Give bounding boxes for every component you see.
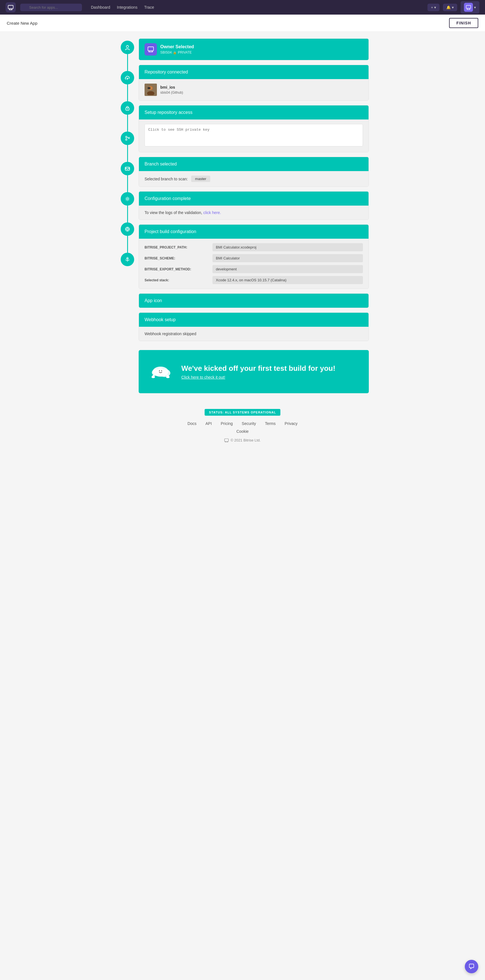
user-chevron-icon: ▾	[474, 5, 476, 10]
ssh-key-textarea[interactable]	[145, 124, 363, 146]
svg-point-11	[127, 228, 128, 230]
chevron-down-icon: ▾	[434, 5, 436, 10]
connector-1	[127, 54, 128, 71]
ssh-body	[139, 119, 369, 152]
connector-4	[127, 145, 128, 162]
webhook-body: Webhook registration skipped	[139, 327, 369, 341]
field-value-0: BMI Calculator.xcodeproj	[212, 243, 363, 251]
nav-integrations[interactable]: Integrations	[117, 5, 137, 10]
repo-name: bmi_ios	[160, 85, 183, 89]
table-row: BITRISE_EXPORT_METHOD: development	[145, 265, 363, 273]
step-7-slot	[121, 223, 134, 253]
footer: STATUS: ALL SYSTEMS OPERATIONAL Docs API…	[0, 400, 485, 448]
config-complete-text: To view the logs of the validation, clic…	[145, 210, 221, 215]
svg-point-4	[127, 108, 128, 110]
repository-section-header: Repository connected	[139, 65, 369, 79]
branch-label: Selected branch to scan:	[145, 177, 188, 181]
ssh-section: Setup repository access	[139, 105, 369, 152]
footer-api-link[interactable]: API	[206, 421, 212, 426]
plus-icon: +	[431, 5, 433, 10]
step-git-icon[interactable]	[121, 132, 134, 145]
repo-source: sbis04 (Github)	[160, 91, 183, 94]
private-badge-text: PRIVATE	[178, 51, 192, 54]
nav-dashboard[interactable]: Dashboard	[91, 5, 110, 10]
cta-banner[interactable]: We've kicked off your first test build f…	[139, 350, 369, 393]
bitrise-footer-logo	[224, 438, 229, 442]
copyright-text: © 2021 Bitrise Ltd.	[230, 438, 260, 442]
connector-3	[127, 115, 128, 132]
steps-sidebar	[116, 38, 139, 393]
config-complete-title: Configuration complete	[145, 196, 191, 201]
svg-rect-0	[8, 5, 13, 9]
repo-item: bmi_ios sbis04 (Github)	[145, 84, 363, 96]
config-complete-body: To view the logs of the validation, clic…	[139, 205, 369, 220]
repo-avatar	[145, 84, 157, 96]
footer-terms-link[interactable]: Terms	[265, 421, 276, 426]
click-here-link[interactable]: click here.	[203, 210, 221, 215]
owner-icon	[145, 43, 157, 56]
page-title: Create New App	[7, 21, 37, 25]
webhook-section: Webhook setup Webhook registration skipp…	[139, 312, 369, 341]
step-lock-icon[interactable]	[121, 101, 134, 115]
app-icon-title: App icon	[145, 298, 162, 303]
step-2-slot	[121, 71, 134, 101]
config-complete-header: Configuration complete	[139, 192, 369, 205]
cta-illustration	[147, 359, 175, 384]
footer-pricing-link[interactable]: Pricing	[221, 421, 233, 426]
cta-title: We've kicked off your first test build f…	[181, 364, 335, 373]
svg-rect-1	[466, 5, 471, 8]
field-key-0: BITRISE_PROJECT_PATH:	[145, 245, 209, 249]
svg-rect-13	[148, 47, 153, 51]
table-row: BITRISE_SCHEME: BMI Calculator	[145, 254, 363, 262]
webhook-text: Webhook registration skipped	[145, 331, 196, 336]
owner-section-header: Owner Selected SBIS04 🔒 PRIVATE	[139, 39, 369, 60]
branch-body: Selected branch to scan: master	[139, 171, 369, 186]
step-anchor-icon[interactable]	[121, 253, 134, 266]
field-key-2: BITRISE_EXPORT_METHOD:	[145, 267, 209, 271]
footer-copyright: © 2021 Bitrise Ltd.	[0, 438, 485, 442]
step-8-slot	[121, 253, 134, 266]
logo[interactable]	[6, 2, 16, 12]
add-button[interactable]: + ▾	[428, 4, 440, 11]
ssh-title: Setup repository access	[145, 110, 193, 115]
footer-security-link[interactable]: Security	[242, 421, 256, 426]
step-1-slot	[121, 41, 134, 71]
step-mail-icon[interactable]	[121, 162, 134, 175]
svg-point-23	[159, 371, 160, 371]
step-cloud-icon[interactable]	[121, 71, 134, 84]
nav-trace[interactable]: Trace	[144, 5, 154, 10]
webhook-title: Webhook setup	[145, 317, 176, 322]
repository-section: Repository connected bmi_ios	[139, 65, 369, 101]
field-value-1: BMI Calculator	[212, 254, 363, 262]
footer-privacy-link[interactable]: Privacy	[285, 421, 298, 426]
search-input[interactable]	[20, 4, 82, 11]
bell-icon: 🔔	[446, 5, 451, 10]
status-badge[interactable]: STATUS: ALL SYSTEMS OPERATIONAL	[204, 409, 281, 416]
owner-name-text: SBIS04	[160, 51, 172, 54]
svg-point-22	[157, 368, 164, 375]
nav-links: Dashboard Integrations Trace	[91, 5, 154, 10]
search-container: 🔍	[20, 4, 82, 11]
build-config-body: BITRISE_PROJECT_PATH: BMI Calculator.xco…	[139, 239, 369, 289]
top-navigation: 🔍 Dashboard Integrations Trace + ▾ 🔔 ▾	[0, 0, 485, 14]
step-appicon-icon[interactable]	[121, 223, 134, 236]
finish-button[interactable]: FINISH	[449, 18, 478, 28]
config-complete-section: Configuration complete To view the logs …	[139, 191, 369, 220]
owner-section-title: Owner Selected	[160, 44, 194, 49]
step-owner-icon[interactable]	[121, 41, 134, 54]
step-settings-icon[interactable]	[121, 192, 134, 205]
cta-subtitle-link[interactable]: Click here to check it out!	[181, 375, 335, 380]
repository-title: Repository connected	[145, 70, 188, 74]
user-menu-button[interactable]: ▾	[461, 1, 479, 13]
notifications-button[interactable]: 🔔 ▾	[443, 4, 457, 11]
connector-6	[127, 205, 128, 223]
branch-value: master	[191, 176, 210, 182]
footer-docs-link[interactable]: Docs	[187, 421, 196, 426]
footer-cookie-link[interactable]: Cookie	[236, 429, 249, 434]
step-6-slot	[121, 192, 134, 223]
build-config-table: BITRISE_PROJECT_PATH: BMI Calculator.xco…	[145, 243, 363, 284]
app-icon-header: App icon	[139, 294, 369, 308]
branch-title: Branch selected	[145, 162, 177, 166]
branch-section-header: Branch selected	[139, 157, 369, 171]
branch-section: Branch selected Selected branch to scan:…	[139, 157, 369, 187]
